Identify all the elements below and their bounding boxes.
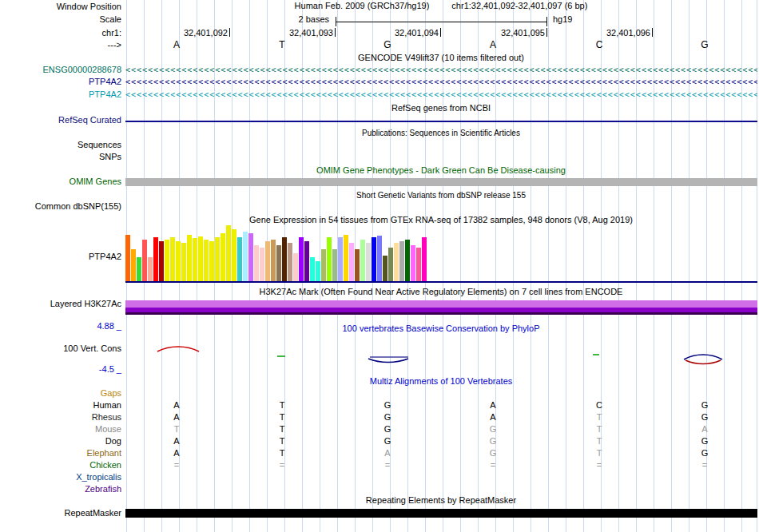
gene-transcript-row-ensg00000288678[interactable]: <<<<<<<<<<<<<<<<<<<<<<<<<<<<<<<<<<<<<<<<… <box>125 66 757 75</box>
gtex-expression-bar[interactable] <box>355 249 360 281</box>
gtex-expression-bar[interactable] <box>165 240 169 281</box>
ruler-tick <box>440 28 441 37</box>
track-label-mouse[interactable]: Mouse <box>0 424 121 435</box>
gtex-expression-bar[interactable] <box>243 232 248 281</box>
phylop-conservation-plot[interactable] <box>125 342 757 372</box>
gtex-expression-bar[interactable] <box>310 257 315 281</box>
gtex-expression-bar[interactable] <box>416 248 421 281</box>
gtex-expression-bar[interactable] <box>125 235 130 281</box>
gtex-expression-bar[interactable] <box>304 241 309 281</box>
gtex-expression-bar[interactable] <box>248 233 253 281</box>
repeatmasker-element-bar[interactable] <box>125 509 757 518</box>
track-label-chicken[interactable]: Chicken <box>0 460 121 470</box>
gtex-expression-bar[interactable] <box>321 249 326 281</box>
track-label-human[interactable]: Human <box>0 400 121 411</box>
gtex-expression-bar[interactable] <box>153 237 158 281</box>
gtex-expression-bar[interactable] <box>142 240 147 281</box>
gtex-expression-bar[interactable] <box>394 243 399 281</box>
track-label-omim-genes[interactable]: OMIM Genes <box>0 177 121 187</box>
gtex-expression-bar[interactable] <box>170 237 175 281</box>
gtex-expression-bar[interactable] <box>372 237 376 281</box>
track-title-dbsnp[interactable]: Short Genetic Variants from dbSNP releas… <box>125 190 757 200</box>
track-title-multiz[interactable]: Multiz Alignments of 100 Vertebrates <box>125 376 757 387</box>
alignment-base-mouse: T <box>276 424 288 435</box>
track-label-snps[interactable]: SNPs <box>0 152 121 162</box>
gtex-expression-bar[interactable] <box>181 243 186 281</box>
gtex-expression-bar[interactable] <box>327 237 332 281</box>
gtex-expression-bar[interactable] <box>405 240 410 281</box>
gtex-expression-bar[interactable] <box>316 261 320 281</box>
track-title-gtex[interactable]: Gene Expression in 54 tissues from GTEx … <box>125 215 757 225</box>
gtex-expression-bar[interactable] <box>360 240 365 281</box>
track-label-zebrafish[interactable]: Zebrafish <box>0 484 121 494</box>
gtex-expression-bar[interactable] <box>422 237 427 281</box>
track-label-gaps[interactable]: Gaps <box>0 388 121 399</box>
gtex-expression-bar[interactable] <box>344 235 348 281</box>
gtex-expression-bar[interactable] <box>411 245 415 281</box>
track-title-publications[interactable]: Publications: Sequences in Scientific Ar… <box>125 128 757 138</box>
gtex-expression-bar[interactable] <box>232 229 236 281</box>
gtex-expression-bar[interactable] <box>276 245 281 281</box>
gtex-expression-bar[interactable] <box>265 241 270 281</box>
gtex-expression-bar[interactable] <box>349 243 354 281</box>
gtex-expression-bar[interactable] <box>204 240 209 281</box>
track-title-gencode[interactable]: GENCODE V49lift37 (10 items filtered out… <box>125 53 757 63</box>
track-label-100-vert-cons[interactable]: 100 Vert. Cons <box>0 343 121 354</box>
gtex-expression-bar[interactable] <box>209 241 214 281</box>
gtex-expression-bar[interactable] <box>159 241 164 281</box>
track-label-dog[interactable]: Dog <box>0 436 121 447</box>
track-label-refseq-curated[interactable]: RefSeq Curated <box>0 115 121 125</box>
track-label-sequences[interactable]: Sequences <box>0 140 121 150</box>
phylop-mark <box>368 359 408 363</box>
track-title-h3k27ac[interactable]: H3K27Ac Mark (Often Found Near Active Re… <box>125 287 757 297</box>
gtex-expression-bar[interactable] <box>176 241 181 281</box>
track-label-layered-h3k27ac[interactable]: Layered H3K27Ac <box>0 299 121 309</box>
scale-bar-left-tick <box>336 17 336 26</box>
track-title-refseq[interactable]: RefSeq genes from NCBI <box>125 103 757 113</box>
gtex-expression-bar[interactable] <box>388 248 393 281</box>
gtex-expression-bar[interactable] <box>338 237 343 281</box>
gtex-expression-bar[interactable] <box>131 249 136 281</box>
gtex-expression-bar[interactable] <box>260 248 264 281</box>
track-label-common-dbsnp-155[interactable]: Common dbSNP(155) <box>0 201 121 212</box>
gtex-expression-bar[interactable] <box>282 237 287 281</box>
gene-transcript-row-ptp4a2[interactable]: <<<<<<<<<<<<<<<<<<<<<<<<<<<<<<<<<<<<<<<<… <box>125 77 757 87</box>
gtex-expression-bar[interactable] <box>148 257 153 281</box>
refseq-curated-gene-line[interactable] <box>125 121 757 122</box>
track-title-phylop[interactable]: 100 vertebrates Basewise Conservation by… <box>125 324 757 334</box>
gtex-expression-bar[interactable] <box>383 256 387 281</box>
scale-bar-right-tick <box>546 17 547 26</box>
gtex-expression-bar[interactable] <box>366 243 371 281</box>
track-title-omim[interactable]: OMIM Gene Phenotypes - Dark Green Can Be… <box>125 165 757 176</box>
gtex-expression-bar[interactable] <box>332 249 337 281</box>
gtex-expression-bar[interactable] <box>215 237 220 281</box>
gtex-expression-bar[interactable] <box>237 237 242 281</box>
track-label-ptp4a2[interactable]: PTP4A2 <box>0 77 121 87</box>
gtex-expression-bar[interactable] <box>254 245 259 281</box>
gtex-expression-bar[interactable] <box>221 233 225 281</box>
track-label-ptp4a2[interactable]: PTP4A2 <box>0 89 121 100</box>
track-label-ptp4a2[interactable]: PTP4A2 <box>0 252 121 262</box>
track-title-repeatmasker[interactable]: Repeating Elements by RepeatMasker <box>125 495 757 506</box>
gtex-expression-bar[interactable] <box>193 238 197 281</box>
gtex-expression-bar[interactable] <box>299 237 304 281</box>
track-label-repeatmasker[interactable]: RepeatMasker <box>0 508 121 518</box>
gtex-expression-bar[interactable] <box>293 253 298 281</box>
gtex-expression-bar[interactable] <box>198 236 203 281</box>
alignment-base-rhesus: A <box>170 412 183 423</box>
track-label-elephant[interactable]: Elephant <box>0 448 121 459</box>
gtex-expression-bar[interactable] <box>377 236 382 281</box>
gtex-expression-bar[interactable] <box>271 240 276 281</box>
omim-gene-bar[interactable] <box>125 178 757 186</box>
gtex-expression-bar[interactable] <box>187 235 192 281</box>
track-label-ensg00000288678[interactable]: ENSG00000288678 <box>0 65 121 75</box>
gtex-expression-bar[interactable] <box>137 257 141 281</box>
gtex-expression-bar[interactable] <box>399 241 404 281</box>
alignment-base-chicken: = <box>276 460 288 470</box>
gtex-expression-bar[interactable] <box>226 225 231 281</box>
gene-transcript-row-ptp4a2[interactable]: <<<<<<<<<<<<<<<<<<<<<<<<<<<<<<<<<<<<<<<<… <box>125 90 757 100</box>
track-label-rhesus[interactable]: Rhesus <box>0 412 121 423</box>
gtex-expression-bar[interactable] <box>288 243 292 281</box>
track-label-x-tropicalis[interactable]: X_tropicalis <box>0 472 121 482</box>
h3k27ac-signal-band-light[interactable] <box>125 300 757 308</box>
